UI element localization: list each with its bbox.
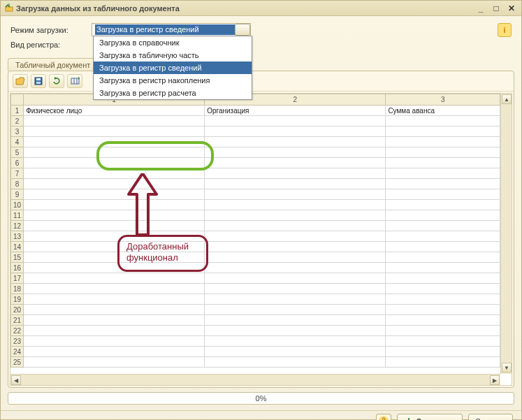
save-button[interactable] [31, 74, 46, 88]
load-button[interactable]: Загрузить [397, 414, 463, 421]
row-number[interactable]: 6 [11, 158, 24, 168]
vertical-scrollbar[interactable]: ▲ ▼ [500, 94, 512, 374]
grid-cell[interactable] [24, 273, 205, 284]
grid-cell[interactable] [205, 347, 386, 357]
row-number[interactable]: 24 [11, 347, 24, 357]
row-number[interactable]: 9 [11, 189, 24, 200]
columns-button[interactable] [67, 74, 82, 88]
grid-cell[interactable] [386, 168, 500, 179]
grid-cell[interactable] [205, 284, 386, 294]
mode-select-dropdown[interactable]: Загрузка в справочникЗагрузка в табличну… [93, 36, 252, 100]
row-number[interactable]: 12 [11, 221, 24, 231]
grid-cell[interactable] [24, 179, 205, 189]
grid-cell[interactable] [386, 347, 500, 357]
mode-select-dropdown-button[interactable] [235, 24, 250, 36]
grid-cell[interactable] [24, 326, 205, 336]
mode-option[interactable]: Загрузка в табличную часть [94, 49, 252, 61]
grid-cell[interactable] [24, 137, 205, 147]
grid-cell[interactable] [386, 315, 500, 326]
grid-cell[interactable] [24, 189, 205, 200]
maximize-button[interactable]: □ [491, 3, 502, 13]
horizontal-scrollbar[interactable]: ◀ ▶ [10, 374, 500, 385]
row-number[interactable]: 14 [11, 242, 24, 252]
grid-cell[interactable] [24, 168, 205, 179]
row-number[interactable]: 25 [11, 357, 24, 368]
grid-cell[interactable] [386, 137, 500, 147]
grid-cell[interactable] [386, 210, 500, 221]
refresh-button[interactable] [49, 74, 64, 88]
column-header-cell[interactable]: Организация [205, 106, 386, 116]
grid-cell[interactable] [24, 221, 205, 231]
row-number[interactable]: 23 [11, 336, 24, 347]
grid-cell[interactable] [24, 126, 205, 137]
grid-cell[interactable] [386, 179, 500, 189]
column-header-cell[interactable]: Сумма аванса [386, 106, 500, 116]
grid-cell[interactable] [386, 294, 500, 305]
row-number[interactable]: 18 [11, 284, 24, 294]
scroll-left-icon[interactable]: ◀ [11, 375, 21, 385]
row-number[interactable]: 13 [11, 231, 24, 242]
grid-cell[interactable] [205, 252, 386, 263]
grid-cell[interactable] [205, 326, 386, 336]
grid-cell[interactable] [386, 126, 500, 137]
grid-cell[interactable] [24, 252, 205, 263]
grid-cell[interactable] [386, 242, 500, 252]
close-window-button[interactable]: ✕ [506, 3, 517, 13]
grid-cell[interactable] [386, 221, 500, 231]
row-number[interactable]: 11 [11, 210, 24, 221]
row-number[interactable]: 19 [11, 294, 24, 305]
grid-cell[interactable] [386, 263, 500, 273]
grid-cell[interactable] [24, 158, 205, 168]
row-number[interactable]: 20 [11, 305, 24, 315]
footer-help-button[interactable]: ? [376, 414, 391, 421]
grid-cell[interactable] [24, 294, 205, 305]
column-number[interactable]: 3 [386, 94, 500, 106]
mode-select[interactable]: Загрузка в регистр сведений [92, 23, 251, 36]
row-number[interactable]: 2 [11, 116, 24, 126]
grid-cell[interactable] [386, 116, 500, 126]
grid-cell[interactable] [205, 315, 386, 326]
grid-cell[interactable] [386, 200, 500, 210]
grid-cell[interactable] [205, 189, 386, 200]
row-number[interactable]: 17 [11, 273, 24, 284]
grid-cell[interactable] [205, 231, 386, 242]
grid-cell[interactable] [205, 210, 386, 221]
grid-cell[interactable] [24, 210, 205, 221]
grid-cell[interactable] [205, 273, 386, 284]
mode-option[interactable]: Загрузка в регистр расчета [94, 87, 252, 99]
grid-cell[interactable] [386, 252, 500, 263]
column-header-cell[interactable]: Физическое лицо [24, 106, 205, 116]
grid-cell[interactable] [205, 336, 386, 347]
grid-cell[interactable] [24, 315, 205, 326]
grid-cell[interactable] [24, 305, 205, 315]
grid-cell[interactable] [205, 263, 386, 273]
grid-cell[interactable] [24, 357, 205, 368]
tab-spreadsheet[interactable]: Табличный документ [8, 58, 98, 71]
grid-cell[interactable] [386, 231, 500, 242]
row-number[interactable]: 10 [11, 200, 24, 210]
row-number[interactable]: 3 [11, 126, 24, 137]
row-number[interactable]: 16 [11, 263, 24, 273]
row-number[interactable]: 22 [11, 326, 24, 336]
close-button[interactable]: Закрыть [468, 414, 513, 421]
row-number[interactable]: 21 [11, 315, 24, 326]
grid-cell[interactable] [205, 168, 386, 179]
grid-cell[interactable] [24, 116, 205, 126]
scroll-up-icon[interactable]: ▲ [502, 94, 512, 104]
mode-option[interactable]: Загрузка в регистр сведений [94, 61, 252, 74]
row-number[interactable]: 7 [11, 168, 24, 179]
row-number[interactable]: 1 [11, 106, 24, 116]
scroll-down-icon[interactable]: ▼ [502, 363, 512, 372]
grid-cell[interactable] [24, 231, 205, 242]
grid-cell[interactable] [386, 284, 500, 294]
spreadsheet-grid[interactable]: 1231Физическое лицоОрганизацияСумма аван… [10, 94, 500, 368]
grid-cell[interactable] [386, 273, 500, 284]
scroll-right-icon[interactable]: ▶ [490, 375, 500, 385]
row-number[interactable]: 5 [11, 147, 24, 158]
grid-cell[interactable] [24, 147, 205, 158]
grid-cell[interactable] [205, 200, 386, 210]
grid-cell[interactable] [205, 305, 386, 315]
grid-cell[interactable] [205, 137, 386, 147]
open-button[interactable] [13, 74, 28, 88]
grid-cell[interactable] [205, 116, 386, 126]
